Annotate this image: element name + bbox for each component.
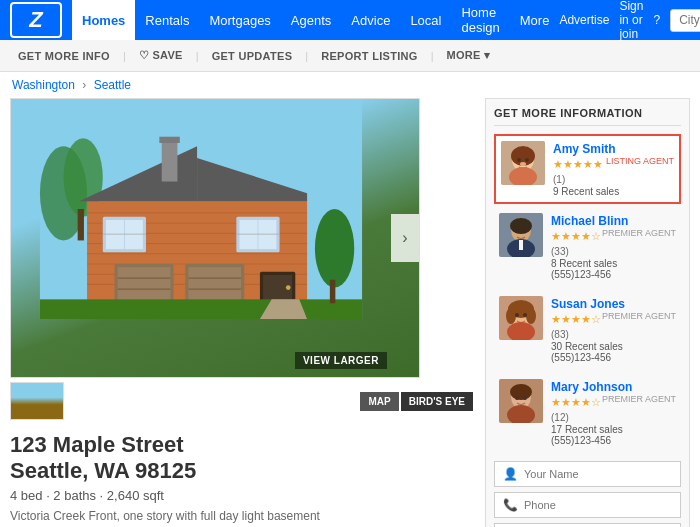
divider-4: | [431,50,434,62]
agent-badge-3: PREMIER AGENT [602,394,676,404]
svg-rect-15 [162,138,178,181]
main-navigation: Homes Rentals Mortgages Agents Advice Lo… [72,0,559,40]
agent-recent-sales-1: 8 Recent sales [551,258,676,269]
agents-list: Amy Smith LISTING AGENT ★★★★★ (1) 9 Rece… [494,134,681,453]
header-right: Advertise Sign in or join ? 🔍 [559,0,700,41]
zillow-logo[interactable]: Z [10,2,62,38]
listing-panel: › VIEW LARGER MAP BIRD'S EYE 123 Maple S… [10,98,473,527]
property-description: Victoria Creek Front, one story with ful… [10,509,473,523]
map-button[interactable]: MAP [360,392,398,411]
person-icon: 👤 [503,467,518,481]
phone-icon: 📞 [503,498,518,512]
svg-point-35 [286,285,291,290]
sub-nav-get-updates[interactable]: GET UPDATES [204,46,301,66]
get-more-info-title: GET MORE INFORMATION [494,107,681,126]
svg-point-43 [517,158,521,162]
sign-in-link[interactable]: Sign in or join [619,0,643,41]
agent-badge-2: PREMIER AGENT [602,311,676,321]
sub-navigation: GET MORE INFO | ♡ SAVE | GET UPDATES | R… [0,40,700,72]
svg-point-38 [315,209,354,288]
agent-recent-sales-0: 9 Recent sales [553,186,674,197]
agent-name-2: Susan Jones [551,297,625,311]
breadcrumb-city[interactable]: Seattle [94,78,131,92]
view-larger-button[interactable]: VIEW LARGER [295,352,387,369]
contact-form: 👤 📞 ✉ Contact Agent I want to get pre-ap… [494,461,681,527]
agent-card-3[interactable]: Mary Johnson PREMIER AGENT ★★★★☆ (12) 17… [494,372,681,453]
sub-nav-save[interactable]: ♡ SAVE [131,45,191,66]
svg-point-58 [526,308,536,324]
sub-nav-report-listing[interactable]: REPORT LISTING [313,46,425,66]
svg-rect-26 [118,267,171,300]
sub-nav-get-more-info[interactable]: GET MORE INFO [10,46,118,66]
thumbnail-1[interactable] [10,382,64,420]
divider-1: | [123,50,126,62]
svg-point-59 [515,313,519,317]
svg-rect-39 [330,280,336,304]
svg-point-44 [525,158,529,162]
agent-stars-0: ★★★★★ [553,158,603,170]
agent-photo-3 [499,379,543,423]
phone-input[interactable] [524,499,672,511]
agent-info-0: Amy Smith LISTING AGENT ★★★★★ (1) 9 Rece… [553,141,674,197]
breadcrumb-separator: › [82,78,89,92]
svg-point-49 [510,218,532,234]
agent-stars-3: ★★★★☆ [551,396,601,408]
svg-point-51 [523,229,527,233]
phone-field-wrapper: 📞 [494,492,681,518]
sub-nav-more[interactable]: MORE ▾ [439,45,499,66]
get-more-info-section: GET MORE INFORMATION Amy Smith LISTING A… [485,98,690,527]
city-state-zip: Seattle, WA 98125 [10,458,473,484]
email-field-wrapper: ✉ [494,523,681,527]
agent-phone-2: (555)123-456 [551,352,676,363]
agent-card-0[interactable]: Amy Smith LISTING AGENT ★★★★★ (1) 9 Rece… [494,134,681,204]
nav-rentals[interactable]: Rentals [135,0,199,40]
agent-info-2: Susan Jones PREMIER AGENT ★★★★☆ (83) 30 … [551,296,676,363]
nav-more[interactable]: More [510,0,560,40]
agent-review-count-2: (83) [551,329,569,340]
agent-review-count-3: (12) [551,412,569,423]
agent-review-count-1: (33) [551,246,569,257]
help-icon[interactable]: ? [653,13,660,27]
agent-card-1[interactable]: Michael Blinn PREMIER AGENT ★★★★☆ (33) 8… [494,206,681,287]
nav-home-design[interactable]: Home design [451,0,509,40]
name-input[interactable] [524,468,672,480]
svg-point-64 [510,384,532,400]
agent-stars-1: ★★★★☆ [551,230,601,242]
birds-eye-button[interactable]: BIRD'S EYE [401,392,473,411]
map-bird-eye-buttons: MAP BIRD'S EYE [360,392,473,411]
nav-homes[interactable]: Homes [72,0,135,40]
agent-photo-1 [499,213,543,257]
nav-advice[interactable]: Advice [341,0,400,40]
agent-stars-2: ★★★★☆ [551,313,601,325]
breadcrumb: Washington › Seattle [0,72,700,98]
next-photo-button[interactable]: › [391,214,419,262]
property-info: 123 Maple Street Seattle, WA 98125 4 bed… [10,432,473,523]
svg-rect-30 [188,267,241,300]
svg-point-60 [523,313,527,317]
search-box[interactable]: 🔍 [670,9,700,32]
divider-3: | [305,50,308,62]
thumbnails-strip: MAP BIRD'S EYE [10,382,473,420]
svg-point-45 [520,162,526,166]
agent-card-2[interactable]: Susan Jones PREMIER AGENT ★★★★☆ (83) 30 … [494,289,681,370]
divider-2: | [196,50,199,62]
breadcrumb-state[interactable]: Washington [12,78,75,92]
nav-local[interactable]: Local [400,0,451,40]
street-address: 123 Maple Street [10,432,473,458]
agent-recent-sales-2: 30 Recent sales [551,341,676,352]
header: Z Homes Rentals Mortgages Agents Advice … [0,0,700,40]
search-input[interactable] [679,13,700,27]
nav-agents[interactable]: Agents [281,0,341,40]
house-illustration [11,99,391,319]
nav-mortgages[interactable]: Mortgages [199,0,280,40]
svg-point-66 [523,396,527,400]
agent-name-0: Amy Smith [553,142,616,156]
agent-badge-0: LISTING AGENT [606,156,674,166]
advertise-link[interactable]: Advertise [559,13,609,27]
agent-info-1: Michael Blinn PREMIER AGENT ★★★★☆ (33) 8… [551,213,676,280]
agent-photo-0 [501,141,545,185]
logo-text: Z [29,7,42,33]
agent-review-count-0: (1) [553,174,565,185]
svg-rect-16 [159,137,179,143]
agent-phone-3: (555)123-456 [551,435,676,446]
